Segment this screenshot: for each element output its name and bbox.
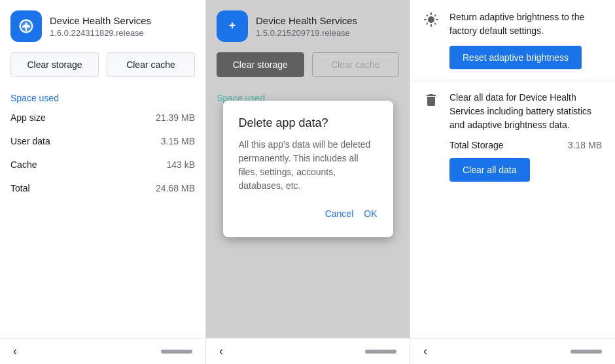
reset-brightness-button[interactable]: Reset adaptive brightness (449, 46, 582, 69)
health-icon (17, 17, 35, 35)
right-panel: Return adaptive brightness to the factor… (410, 0, 615, 364)
left-app-header: Device Health Services 1.6.0.224311829.r… (0, 0, 205, 50)
left-buttons-row: Clear storage Clear cache (0, 50, 205, 88)
middle-panel: Device Health Services 1.5.0.215209719.r… (206, 0, 410, 364)
clear-all-content: Clear all data for Device Health Service… (449, 91, 602, 182)
total-label: Total (10, 183, 30, 193)
left-space-used-label: Space used (0, 88, 205, 106)
brightness-content: Return adaptive brightness to the factor… (449, 10, 602, 69)
brightness-section: Return adaptive brightness to the factor… (410, 0, 615, 80)
delete-app-data-dialog: Delete app data? All this app's data wil… (223, 101, 393, 237)
app-size-value: 21.39 MB (156, 112, 195, 123)
total-storage-label: Total Storage (449, 140, 504, 150)
table-row: User data 3.15 MB (0, 129, 205, 153)
left-app-name: Device Health Services (50, 14, 151, 27)
trash-icon (423, 92, 439, 108)
right-back-arrow[interactable]: ‹ (423, 344, 427, 358)
middle-bottom-nav: ‹ (206, 338, 410, 364)
app-size-label: App size (10, 112, 46, 123)
dialog-title: Delete app data? (239, 116, 378, 130)
middle-back-arrow[interactable]: ‹ (219, 344, 223, 358)
cache-label: Cache (10, 159, 37, 170)
left-bottom-nav: ‹ (0, 338, 205, 364)
total-value: 24.68 MB (156, 183, 195, 193)
dialog-ok-button[interactable]: OK (364, 206, 377, 222)
dialog-cancel-button[interactable]: Cancel (325, 206, 354, 222)
user-data-value: 3.15 MB (161, 136, 195, 146)
cache-value: 143 kB (166, 159, 195, 170)
total-storage-row: Total Storage 3.18 MB (449, 140, 602, 150)
dialog-actions: Cancel OK (239, 206, 378, 222)
left-app-version: 1.6.0.224311829.release (50, 28, 151, 38)
svg-rect-2 (26, 22, 27, 28)
left-app-icon (10, 10, 42, 42)
user-data-label: User data (10, 136, 50, 146)
dialog-overlay: Delete app data? All this app's data wil… (206, 0, 410, 338)
total-storage-value: 3.18 MB (568, 140, 602, 150)
left-back-arrow[interactable]: ‹ (13, 344, 17, 358)
brightness-desc: Return adaptive brightness to the factor… (449, 10, 602, 38)
left-panel: Device Health Services 1.6.0.224311829.r… (0, 0, 206, 364)
middle-nav-pill (365, 350, 396, 354)
clear-all-desc: Clear all data for Device Health Service… (449, 91, 602, 132)
left-clear-storage-button[interactable]: Clear storage (10, 52, 99, 77)
dialog-body: All this app's data will be deleted perm… (239, 138, 378, 193)
clear-all-section: Clear all data for Device Health Service… (410, 80, 615, 192)
table-row: App size 21.39 MB (0, 106, 205, 129)
left-app-info: Device Health Services 1.6.0.224311829.r… (50, 14, 151, 39)
clear-all-data-button[interactable]: Clear all data (449, 158, 530, 182)
right-nav-pill (571, 350, 602, 354)
left-clear-cache-button[interactable]: Clear cache (107, 52, 195, 77)
left-nav-pill (161, 350, 192, 354)
right-bottom-nav: ‹ (410, 338, 615, 364)
table-row: Total 24.68 MB (0, 176, 205, 200)
brightness-icon (423, 12, 439, 27)
table-row: Cache 143 kB (0, 153, 205, 176)
